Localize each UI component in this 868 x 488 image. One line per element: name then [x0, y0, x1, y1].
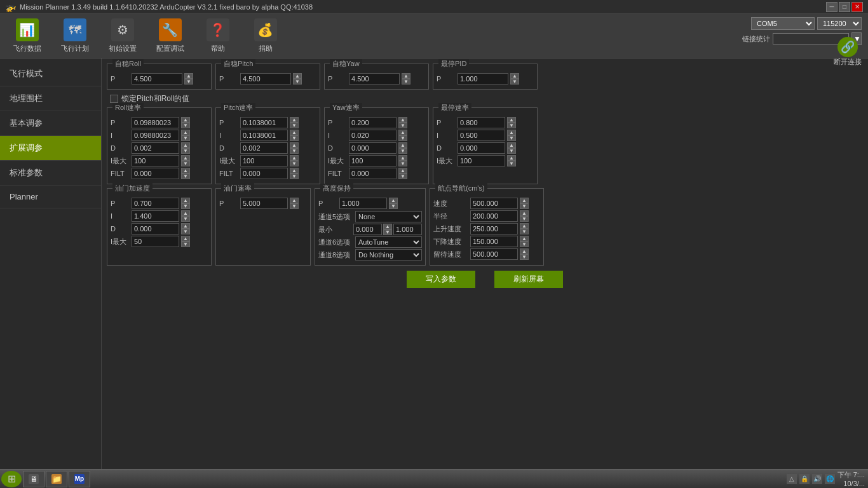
stop-pid-p-input[interactable] [458, 73, 508, 85]
com-port-select[interactable]: COM5 [751, 17, 815, 30]
rr-p-up[interactable]: ▲ [181, 117, 190, 123]
yaw-rate-d-input[interactable] [349, 142, 397, 154]
roll-rate-i-input[interactable] [132, 130, 179, 141]
taskbar-app3[interactable]: Mp [69, 471, 90, 487]
stabilize-pitch-p-input[interactable] [240, 73, 291, 85]
toolbar-donate[interactable]: 💰 捐助 [245, 17, 286, 55]
taskbar-app2[interactable]: 📁 [46, 471, 67, 487]
rr-filt-down[interactable]: ▼ [181, 173, 190, 179]
pr-imax-down[interactable]: ▼ [290, 161, 299, 166]
lock-checkbox[interactable] [110, 95, 118, 103]
yaw-rate-p-input[interactable] [349, 117, 397, 128]
toolbar-flight-data[interactable]: 📊 飞行数据 [6, 17, 48, 55]
rr-d-down[interactable]: ▼ [181, 148, 190, 154]
roll-rate-p-input[interactable] [132, 117, 179, 128]
pitch-rate-d-input[interactable] [240, 142, 288, 154]
sr-imax-down[interactable]: ▼ [507, 161, 516, 166]
restore-button[interactable]: □ [839, 2, 850, 12]
ta-p-down[interactable]: ▼ [181, 203, 190, 209]
rr-filt-up[interactable]: ▲ [181, 168, 190, 173]
pitch-rate-filt-input[interactable] [240, 168, 288, 179]
sr-p-down[interactable]: ▼ [507, 123, 516, 128]
pr-p-down[interactable]: ▼ [290, 123, 299, 128]
ah-p-input[interactable] [339, 198, 387, 209]
baud-rate-select[interactable]: 115200 [817, 17, 862, 30]
write-params-button[interactable]: 写入参数 [407, 271, 475, 288]
pr-d-up[interactable]: ▲ [290, 142, 299, 148]
pr-i-down[interactable]: ▼ [290, 135, 299, 141]
roll-rate-imax-input[interactable] [132, 155, 179, 166]
nav-speed-up[interactable]: ▲ [520, 198, 529, 203]
yr-i-down[interactable]: ▼ [398, 135, 407, 141]
stop-pid-p-up[interactable]: ▲ [510, 73, 519, 79]
ch5-select[interactable]: None [355, 211, 422, 222]
pr-filt-down[interactable]: ▼ [290, 173, 299, 179]
roll-rate-filt-input[interactable] [132, 168, 179, 179]
ch-min-down[interactable]: ▼ [383, 229, 392, 235]
pitch-rate-i-input[interactable] [240, 130, 288, 141]
rr-i-down[interactable]: ▼ [181, 135, 190, 141]
minimize-button[interactable]: ─ [826, 2, 837, 12]
yr-imax-down[interactable]: ▼ [398, 161, 407, 166]
toolbar-flight-plan[interactable]: 🗺 飞行计划 [54, 17, 95, 55]
stop-rate-i-input[interactable] [458, 130, 505, 141]
stabilize-yaw-p-up[interactable]: ▲ [402, 73, 410, 79]
sr-d-up[interactable]: ▲ [507, 142, 516, 148]
pr-filt-up[interactable]: ▲ [290, 168, 299, 173]
nav-loiter-down[interactable]: ▼ [520, 254, 529, 260]
stabilize-roll-p-input[interactable] [132, 73, 182, 85]
ta-imax-down[interactable]: ▼ [181, 241, 190, 247]
yr-imax-up[interactable]: ▲ [398, 155, 407, 161]
ta-imax-up[interactable]: ▲ [181, 236, 190, 241]
ah-p-up[interactable]: ▲ [389, 198, 398, 203]
close-button[interactable]: ✕ [851, 2, 863, 12]
sr-d-down[interactable]: ▼ [507, 148, 516, 154]
start-button[interactable]: ⊞ [1, 471, 22, 487]
pitch-rate-p-input[interactable] [240, 117, 288, 128]
stabilize-yaw-p-down[interactable]: ▼ [402, 79, 410, 85]
pr-i-up[interactable]: ▲ [290, 130, 299, 135]
ta-p-input[interactable] [132, 198, 179, 209]
toolbar-config[interactable]: 🔧 配置调试 [149, 17, 191, 55]
pr-p-up[interactable]: ▲ [290, 117, 299, 123]
stabilize-yaw-p-input[interactable] [349, 73, 400, 85]
yaw-rate-filt-input[interactable] [349, 168, 397, 179]
ta-d-input[interactable] [132, 223, 179, 234]
nav-descent-input[interactable] [470, 236, 518, 247]
sidebar-item-geofence[interactable]: 地理围栏 [0, 86, 101, 111]
yr-d-down[interactable]: ▼ [398, 148, 407, 154]
sidebar-item-extended-tuning[interactable]: 扩展调参 [0, 136, 101, 161]
sidebar-item-basic-tuning[interactable]: 基本调参 [0, 111, 101, 136]
stop-rate-d-input[interactable] [458, 142, 505, 154]
nav-climb-down[interactable]: ▼ [520, 229, 529, 234]
ta-d-up[interactable]: ▲ [181, 223, 190, 229]
rr-p-down[interactable]: ▼ [181, 123, 190, 128]
stop-rate-p-input[interactable] [458, 117, 505, 128]
stabilize-roll-p-down[interactable]: ▼ [184, 79, 193, 85]
yaw-rate-i-input[interactable] [349, 130, 397, 141]
ta-i-up[interactable]: ▲ [181, 210, 190, 216]
nav-radius-up[interactable]: ▲ [520, 210, 529, 216]
nav-descent-down[interactable]: ▼ [520, 241, 529, 247]
tr-p-input[interactable] [240, 198, 288, 209]
rr-imax-up[interactable]: ▲ [181, 155, 190, 161]
ta-i-input[interactable] [132, 210, 179, 222]
ch-min-input[interactable] [353, 224, 382, 235]
roll-rate-d-input[interactable] [132, 142, 179, 154]
nav-radius-down[interactable]: ▼ [520, 216, 529, 222]
nav-speed-input[interactable] [470, 198, 518, 209]
stop-pid-p-down[interactable]: ▼ [510, 79, 519, 85]
rr-imax-down[interactable]: ▼ [181, 161, 190, 166]
nav-loiter-up[interactable]: ▲ [520, 248, 529, 254]
ch-min-up[interactable]: ▲ [383, 224, 392, 229]
ah-p-down[interactable]: ▼ [389, 203, 398, 209]
nav-climb-input[interactable] [470, 223, 518, 234]
stop-rate-imax-input[interactable] [458, 155, 505, 166]
toolbar-help[interactable]: ❓ 帮助 [197, 17, 238, 55]
rr-i-up[interactable]: ▲ [181, 130, 190, 135]
ch-max-input[interactable] [393, 224, 422, 235]
yr-p-up[interactable]: ▲ [398, 117, 407, 123]
nav-descent-up[interactable]: ▲ [520, 236, 529, 241]
open-connection-button[interactable]: 🔗 断开连接 [834, 37, 862, 67]
yr-d-up[interactable]: ▲ [398, 142, 407, 148]
